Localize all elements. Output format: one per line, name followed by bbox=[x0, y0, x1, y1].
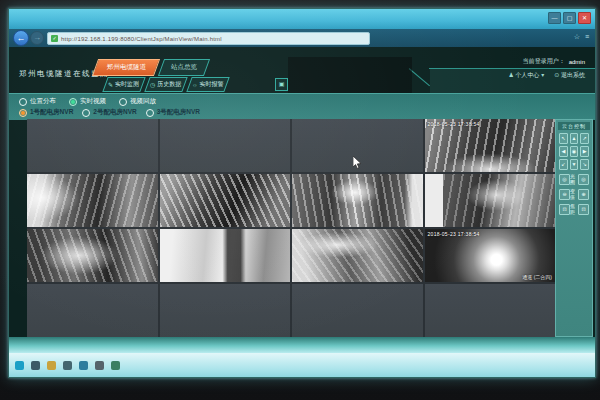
alarm-icon: ☼ bbox=[192, 82, 198, 88]
nvr-group: 1号配电房NVR 2号配电房NVR 3号配电房NVR bbox=[19, 108, 200, 117]
browser-menu-icon[interactable]: ≡ bbox=[585, 33, 589, 41]
ptz-left-button[interactable]: ◀ bbox=[559, 146, 568, 157]
forward-button[interactable]: → bbox=[30, 31, 44, 45]
close-button[interactable]: ✕ bbox=[578, 12, 591, 24]
page-footer-strip bbox=[9, 337, 595, 353]
radio-circle-icon bbox=[82, 109, 90, 117]
app-header: 郑州电缆隧道在线监测 郑州电缆隧道 站点总览 ✎实时监测 ◷历史数据 ☼实时报警… bbox=[9, 47, 595, 93]
tab-tunnel-label: 郑州电缆隧道 bbox=[107, 63, 146, 72]
camera-cell-r4c3-empty[interactable] bbox=[292, 284, 423, 337]
ptz-down-button[interactable]: ▼ bbox=[570, 159, 579, 170]
camera-cell-r3c3[interactable] bbox=[292, 229, 423, 282]
taskbar-app-icon[interactable] bbox=[63, 361, 72, 370]
radio-selected-icon bbox=[69, 98, 77, 106]
ptz-zoom-row: ⊖ 变倍 ⊕ bbox=[559, 188, 589, 200]
url-field[interactable]: ✓ http://192.168.1.199:8080/ClientJsp/Ma… bbox=[47, 32, 370, 45]
taskbar-app-icon[interactable] bbox=[111, 361, 120, 370]
history-data-button[interactable]: ◷历史数据 bbox=[144, 77, 187, 92]
focus-near-button[interactable]: ⊡ bbox=[559, 204, 570, 215]
windows-taskbar bbox=[9, 353, 595, 377]
ptz-center-button[interactable]: ◉ bbox=[570, 146, 579, 157]
taskbar-app-icon[interactable] bbox=[47, 361, 56, 370]
bookmark-star-icon[interactable]: ☆ bbox=[574, 33, 580, 41]
radio-video-playback[interactable]: 视频回放 bbox=[119, 97, 156, 106]
camera-cell-r3c1[interactable] bbox=[27, 229, 158, 282]
camera-cell-r1c4[interactable]: 2018-05-23 17:38:54 bbox=[425, 119, 556, 172]
logout-link[interactable]: ⊙ 退出系统 bbox=[554, 71, 585, 80]
focus-label: 焦距 bbox=[570, 203, 578, 215]
monitor-icon: ✎ bbox=[108, 81, 113, 88]
radio-nvr-1[interactable]: 1号配电房NVR bbox=[19, 108, 73, 117]
view-mode-group: 位置分布 实时视频 视频回放 bbox=[19, 97, 156, 106]
browser-window: — ▢ ✕ ← → ✓ http://192.168.1.199:8080/Cl… bbox=[8, 8, 596, 378]
minimize-button[interactable]: — bbox=[548, 12, 561, 24]
camera-cell-r2c4[interactable] bbox=[425, 174, 556, 227]
iris-minus-button[interactable]: ◎ bbox=[559, 174, 570, 185]
ptz-up-button[interactable]: ▲ bbox=[570, 133, 579, 144]
camera-cell-r2c2[interactable] bbox=[160, 174, 291, 227]
realtime-monitor-button[interactable]: ✎实时监测 bbox=[102, 77, 145, 92]
more-tools-button[interactable]: ▣ bbox=[275, 78, 288, 91]
camera-cell-r4c1-empty[interactable] bbox=[27, 284, 158, 337]
taskbar-app-icon[interactable] bbox=[95, 361, 104, 370]
power-icon: ⊙ bbox=[554, 72, 559, 78]
tab-site-overview[interactable]: 站点总览 bbox=[158, 59, 210, 76]
camera-cell-r1c2-empty[interactable] bbox=[160, 119, 291, 172]
focus-far-button[interactable]: ⊡ bbox=[578, 204, 589, 215]
person-icon: ♟ bbox=[509, 72, 514, 78]
photo-glare-artifact bbox=[288, 57, 412, 93]
chevron-down-icon: ▾ bbox=[541, 72, 544, 78]
ptz-down-left-button[interactable]: ↙ bbox=[559, 159, 568, 170]
maximize-button[interactable]: ▢ bbox=[563, 12, 576, 24]
radio-selected-icon bbox=[19, 109, 27, 117]
ptz-up-left-button[interactable]: ↖ bbox=[559, 133, 568, 144]
ptz-down-right-button[interactable]: ↘ bbox=[580, 159, 589, 170]
ptz-focus-row: ⊡ 焦距 ⊡ bbox=[559, 203, 589, 215]
iris-plus-button[interactable]: ◎ bbox=[578, 174, 589, 185]
radio-circle-icon bbox=[119, 98, 127, 106]
camera-timestamp: 2018-05-23 17:38:54 bbox=[428, 121, 480, 127]
radio-circle-icon bbox=[146, 109, 154, 117]
zoom-in-button[interactable]: ⊕ bbox=[578, 189, 589, 200]
ptz-panel-title: 云台控制 bbox=[558, 122, 590, 130]
browser-address-bar: ← → ✓ http://192.168.1.199:8080/ClientJs… bbox=[9, 29, 595, 47]
camera-timestamp: 2018-05-23 17:38:54 bbox=[428, 231, 480, 237]
ptz-direction-pad: ↖ ▲ ↗ ◀ ◉ ▶ ↙ ▼ ↘ bbox=[559, 133, 589, 170]
camera-cell-r3c2[interactable] bbox=[160, 229, 291, 282]
mouse-cursor-icon bbox=[353, 156, 362, 169]
zoom-out-button[interactable]: ⊖ bbox=[559, 189, 570, 200]
camera-cell-r1c1-empty[interactable] bbox=[27, 119, 158, 172]
camera-cell-r3c4[interactable]: 2018-05-23 17:38:54 通道 (二合四) bbox=[425, 229, 556, 282]
clock-icon: ◷ bbox=[150, 81, 155, 88]
taskbar-app-icon[interactable] bbox=[31, 361, 40, 370]
username: admin bbox=[569, 59, 585, 65]
taskbar-app-icon[interactable] bbox=[79, 361, 88, 370]
personal-center-link[interactable]: ♟ 个人中心 ▾ bbox=[509, 71, 545, 80]
camera-cell-r4c4-empty[interactable] bbox=[425, 284, 556, 337]
radio-nvr-2[interactable]: 2号配电房NVR bbox=[82, 108, 136, 117]
browser-titlebar: — ▢ ✕ bbox=[9, 9, 595, 29]
site-security-icon: ✓ bbox=[51, 35, 58, 42]
ptz-up-right-button[interactable]: ↗ bbox=[580, 133, 589, 144]
ptz-right-button[interactable]: ▶ bbox=[580, 146, 589, 157]
camera-cell-r2c1[interactable] bbox=[27, 174, 158, 227]
login-user-label: 当前登录用户： bbox=[523, 57, 565, 66]
camera-channel-label: 通道 (二合四) bbox=[522, 274, 552, 280]
start-button-icon[interactable] bbox=[15, 361, 24, 370]
realtime-alarm-button[interactable]: ☼实时报警 bbox=[186, 77, 229, 92]
url-text: http://192.168.1.199:8080/ClientJsp/Main… bbox=[61, 36, 222, 42]
ptz-control-panel: 云台控制 ↖ ▲ ↗ ◀ ◉ ▶ ↙ ▼ ↘ ◎ 光圈 ◎ bbox=[555, 119, 593, 337]
camera-cell-r2c3[interactable] bbox=[292, 174, 423, 227]
tab-tunnel[interactable]: 郑州电缆隧道 bbox=[92, 59, 160, 76]
filter-bar: 位置分布 实时视频 视频回放 1号配电房NVR 2号配电房N bbox=[9, 93, 595, 120]
user-block: 当前登录用户： admin ♟ 个人中心 ▾ ⊙ 退出系统 bbox=[465, 57, 585, 80]
radio-live-video[interactable]: 实时视频 bbox=[69, 97, 106, 106]
tab-site-overview-label: 站点总览 bbox=[171, 63, 197, 72]
back-button[interactable]: ← bbox=[13, 30, 29, 46]
monitor-photo: — ▢ ✕ ← → ✓ http://192.168.1.199:8080/Cl… bbox=[0, 0, 600, 400]
camera-cell-r4c2-empty[interactable] bbox=[160, 284, 291, 337]
zoom-label: 变倍 bbox=[570, 188, 578, 200]
video-wall-area: 2018-05-23 17:38:54 2018-05-23 17:38:54 … bbox=[27, 119, 595, 337]
radio-nvr-3[interactable]: 3号配电房NVR bbox=[146, 108, 200, 117]
radio-location-map[interactable]: 位置分布 bbox=[19, 97, 56, 106]
